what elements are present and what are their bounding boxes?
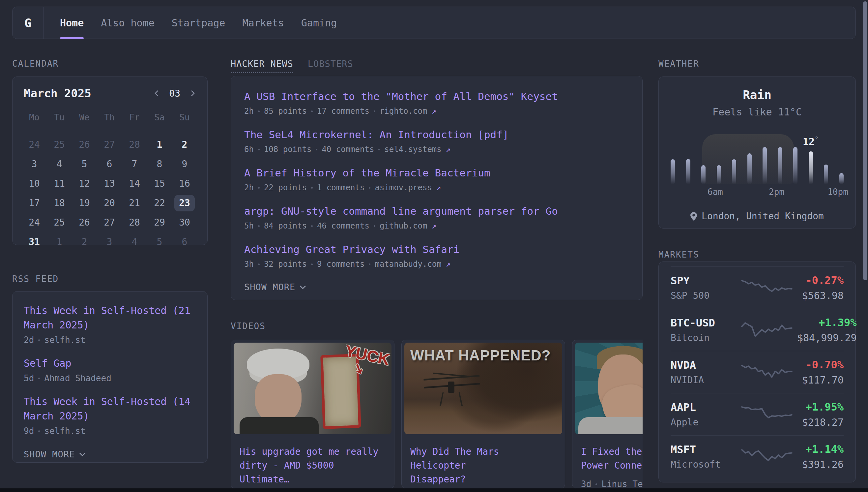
market-price: $391.26 — [797, 459, 844, 470]
rss-show-more-button[interactable]: SHOW MORE — [24, 449, 196, 459]
video-title-link[interactable]: His upgrade got me really dirty - AMD $5… — [231, 437, 394, 486]
market-symbol: MSFT — [670, 443, 737, 456]
external-link-icon[interactable]: ↗ — [431, 221, 436, 230]
calendar-day: 5 — [72, 154, 97, 174]
rss-item-link[interactable]: This Week in Self-Hosted (21 March 2025) — [24, 303, 196, 333]
rss-item-link[interactable]: This Week in Self-Hosted (14 March 2025) — [24, 394, 196, 423]
market-name: S&P 500 — [670, 290, 737, 301]
sparkline-chart — [740, 362, 793, 382]
video-thumbnail[interactable]: WHAT HAPPENED? — [404, 343, 562, 434]
external-link-icon[interactable]: ↗ — [446, 145, 450, 154]
hn-item-meta: 2h 85 points 17 comments righto.com ↗ — [244, 106, 629, 116]
external-link-icon[interactable]: ↗ — [431, 106, 436, 116]
nav-tab[interactable]: Gaming — [301, 7, 337, 39]
hn-item-points: 22 points — [264, 183, 307, 192]
nav-tab[interactable]: Startpage — [172, 7, 226, 39]
market-price: $563.98 — [797, 290, 844, 301]
rss-list: This Week in Self-Hosted (21 March 2025)… — [24, 303, 196, 436]
hacker-news-widget: A USB Interface to the "Mother of All De… — [231, 76, 642, 300]
hn-item-link[interactable]: A USB Interface to the "Mother of All De… — [244, 89, 629, 103]
calendar-day: 31 — [22, 232, 47, 252]
hn-item-points: 84 points — [264, 221, 307, 230]
video-thumbnail[interactable]: DO T T — [575, 343, 642, 434]
videos-section-title: VIDEOS — [231, 321, 642, 331]
hn-item-comments: 17 comments — [317, 106, 369, 116]
weather-bar — [701, 165, 706, 184]
dot-separator — [369, 264, 370, 265]
markets-section: MARKETS SPY S&P 500 -0.27% $563.98 — [658, 250, 856, 483]
hn-item-domain-link[interactable]: matanabudy.com — [375, 260, 441, 269]
dot-separator — [369, 187, 370, 189]
sparkline-chart — [740, 404, 793, 424]
scrollbar-thumb[interactable] — [863, 1, 867, 280]
calendar-day: 25 — [47, 213, 72, 232]
calendar-day: 6 — [97, 154, 122, 174]
market-change-percent: -0.27% — [797, 274, 844, 287]
hn-item-domain-link[interactable]: github.com — [379, 221, 427, 230]
hn-item-domain-link[interactable]: sel4.systems — [384, 145, 441, 154]
external-link-icon[interactable]: ↗ — [436, 183, 441, 192]
calendar-day: 3 — [22, 154, 47, 174]
hn-item-comments: 1 comments — [317, 183, 365, 192]
viewport-bottom-edge — [0, 488, 868, 492]
news-source-tab[interactable]: LOBSTERS — [308, 59, 353, 72]
video-title-link[interactable]: Why Did The Mars Helicopter Disappear? — [402, 437, 565, 486]
dot-separator — [258, 187, 260, 189]
calendar-day: 24 — [22, 213, 47, 232]
hn-item-link[interactable]: argp: GNU-style command line argument pa… — [244, 204, 629, 218]
calendar-day: 26 — [72, 135, 97, 154]
market-row[interactable]: AAPL Apple +1.95% $218.27 — [670, 393, 844, 435]
calendar-day: 16 — [172, 174, 197, 193]
calendar-prev-icon[interactable] — [153, 90, 160, 97]
calendar-day: 6 — [172, 232, 197, 252]
calendar-day: 2 — [72, 232, 97, 252]
video-card: DO T T I Fixed the 5 Power Connect 3d Li… — [572, 340, 642, 489]
market-row[interactable]: BTC-USD Bitcoin +1.39% $84,999.29 — [670, 309, 844, 351]
rss-item-link[interactable]: Self Gap — [24, 356, 196, 371]
rss-section: RSS FEED This Week in Self-Hosted (21 Ma… — [12, 274, 208, 463]
thumbnail-art-shape — [433, 373, 472, 377]
calendar-day: 17 — [22, 193, 47, 213]
nav-tab[interactable]: Home — [60, 7, 84, 39]
calendar-day: 5 — [147, 232, 172, 252]
calendar-next-icon[interactable] — [189, 90, 196, 97]
hn-item-link[interactable]: Achieving Great Privacy with Safari — [244, 242, 629, 256]
nav-tab-label: Also home — [101, 17, 155, 29]
calendar-month-label: March 2025 — [24, 87, 91, 100]
news-source-tab[interactable]: HACKER NEWS — [231, 59, 293, 73]
nav-tab[interactable]: Markets — [242, 7, 284, 39]
dot-separator — [258, 225, 260, 227]
rss-item-age: 5d — [24, 373, 34, 383]
market-name: Bitcoin — [670, 333, 737, 343]
hn-item-domain-link[interactable]: righto.com — [379, 106, 427, 116]
hn-item-domain-link[interactable]: asimov.press — [375, 183, 432, 192]
weather-bar — [717, 165, 721, 184]
calendar-day: 24 — [22, 135, 47, 154]
calendar-day: 21 — [122, 193, 147, 213]
hn-show-more-button[interactable]: SHOW MORE — [244, 282, 629, 292]
hn-item-comments: 9 comments — [317, 260, 365, 269]
hn-item-link[interactable]: The SeL4 Microkernel: An Introduction [p… — [244, 128, 629, 142]
market-name: NVIDIA — [670, 375, 737, 386]
calendar-day: 13 — [97, 174, 122, 193]
hn-item-age: 5h — [244, 221, 254, 230]
hn-item: argp: GNU-style command line argument pa… — [244, 204, 629, 230]
dot-separator — [374, 110, 375, 112]
location-pin-icon — [690, 212, 697, 221]
dot-separator — [378, 149, 380, 150]
market-row[interactable]: MSFT Microsoft +1.14% $391.26 — [670, 435, 844, 477]
market-row[interactable]: SPY S&P 500 -0.27% $563.98 — [670, 267, 844, 309]
external-link-icon[interactable]: ↗ — [446, 260, 450, 269]
calendar-weekday: We — [72, 110, 97, 125]
market-price: $117.70 — [797, 374, 844, 386]
nav-tab-label: Startpage — [172, 17, 226, 29]
calendar-month-number: 03 — [169, 88, 180, 99]
hn-item-link[interactable]: A Brief History of the Miracle Bacterium — [244, 166, 629, 180]
video-thumbnail[interactable]: YUCK — [234, 343, 392, 434]
market-row[interactable]: NVDA NVIDIA -0.70% $117.70 — [670, 351, 844, 393]
weather-time-label: 10pm — [827, 187, 848, 197]
app-logo: G — [12, 7, 44, 39]
nav-tab[interactable]: Also home — [101, 7, 155, 39]
market-symbol: BTC-USD — [670, 317, 737, 329]
video-title-link[interactable]: I Fixed the 5 Power Connect — [572, 437, 642, 472]
